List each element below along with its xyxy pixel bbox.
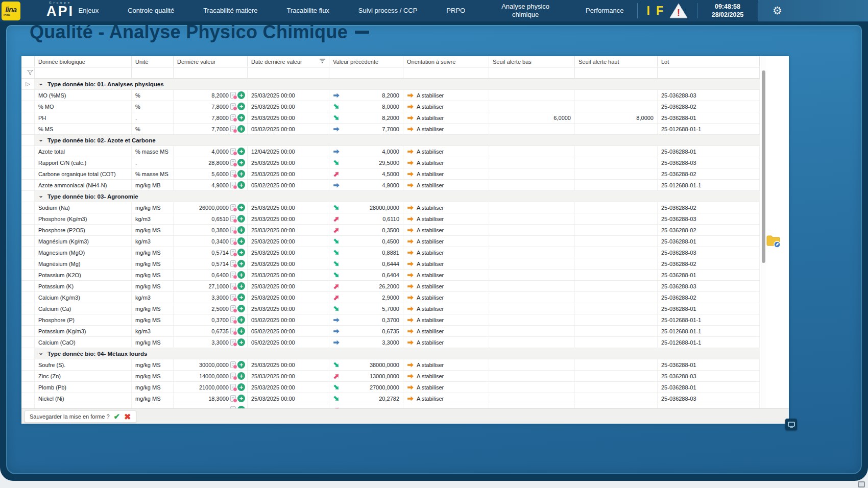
- nav-item[interactable]: PRPO: [444, 7, 467, 15]
- column-header[interactable]: Dernière valeur: [174, 56, 248, 67]
- indicator-i[interactable]: I: [647, 4, 650, 18]
- filter-cell[interactable]: [132, 67, 174, 79]
- table-row[interactable]: Rapport C/N (calc.).28,8000+25/03/2025 0…: [21, 157, 760, 168]
- add-value-icon[interactable]: +: [237, 103, 245, 110]
- screen-toggle-button[interactable]: [785, 419, 797, 430]
- table-row[interactable]: Magnésium (Kg/m3)kg/m30,3400+25/03/2025 …: [21, 236, 760, 247]
- lina-pro-logo[interactable]: lina PRO: [2, 2, 20, 20]
- history-doc-icon[interactable]: [230, 395, 236, 402]
- history-doc-icon[interactable]: [230, 328, 236, 334]
- tray-monitor-icon[interactable]: [858, 481, 865, 487]
- history-doc-icon[interactable]: [230, 316, 236, 323]
- expand-arrow-icon[interactable]: ▷: [26, 81, 30, 87]
- add-value-icon[interactable]: +: [237, 91, 245, 99]
- table-row[interactable]: Phosphore (Kg/m3)kg/m30,6510+25/03/2025 …: [21, 213, 760, 225]
- table-row[interactable]: Potassium (K2O)mg/kg MS0,6400+25/03/2025…: [21, 270, 760, 281]
- table-row[interactable]: Magnésium (Mg)mg/kg MS0,5714+25/03/2025 …: [21, 258, 760, 270]
- history-doc-icon[interactable]: [230, 103, 236, 110]
- history-doc-icon[interactable]: [230, 361, 236, 368]
- add-value-icon[interactable]: +: [237, 114, 245, 121]
- history-doc-icon[interactable]: [230, 339, 236, 346]
- add-value-icon[interactable]: +: [237, 305, 245, 312]
- nav-item[interactable]: Controle qualité: [126, 7, 176, 15]
- table-row[interactable]: Potassium (K)mg/kg MS27,1000+25/03/2025 …: [21, 281, 760, 292]
- add-value-icon[interactable]: +: [237, 204, 245, 211]
- filter-cell[interactable]: [575, 67, 658, 79]
- history-doc-icon[interactable]: [230, 182, 236, 188]
- vertical-scrollbar[interactable]: [761, 56, 766, 408]
- history-doc-icon[interactable]: [230, 249, 236, 256]
- nav-item[interactable]: Tracabilité matiere: [201, 7, 259, 15]
- group-header-row[interactable]: ▷⌄Type donnée bio: 01- Analyses physique…: [21, 79, 760, 90]
- column-header[interactable]: Seuil alerte bas: [489, 56, 575, 67]
- group-header-row[interactable]: ⌄Type donnée bio: 02- Azote et Carbone: [21, 135, 760, 146]
- add-value-icon[interactable]: +: [237, 316, 245, 324]
- chevron-down-icon[interactable]: ⌄: [38, 81, 43, 86]
- table-row[interactable]: Sodium (Na)mg/kg MS26000,0000+25/03/2025…: [21, 202, 760, 213]
- add-value-icon[interactable]: +: [237, 159, 245, 166]
- add-value-icon[interactable]: +: [237, 271, 245, 279]
- history-doc-icon[interactable]: [230, 126, 236, 132]
- table-row[interactable]: % MS%7,7000+05/02/2025 00:007,7000A stab…: [21, 124, 760, 135]
- gear-icon[interactable]: ⚙: [773, 5, 782, 17]
- table-row[interactable]: % MO%7,8000+25/03/2025 00:008,0000A stab…: [21, 101, 760, 112]
- add-value-icon[interactable]: +: [237, 249, 245, 256]
- column-header[interactable]: Lot: [658, 56, 760, 67]
- nav-item[interactable]: Analyse physico chimique: [492, 3, 559, 18]
- history-doc-icon[interactable]: [230, 227, 236, 233]
- scrollbar-thumb[interactable]: [762, 70, 765, 263]
- history-doc-icon[interactable]: [230, 283, 236, 289]
- table-row[interactable]: Calcium (CaO)mg/kg MS3,3000+05/02/2025 0…: [21, 337, 760, 348]
- table-row[interactable]: Plomb (Pb)mg/kg MS21000,0000+25/03/2025 …: [21, 382, 760, 393]
- history-doc-icon[interactable]: [230, 238, 236, 245]
- history-doc-icon[interactable]: [230, 170, 236, 177]
- table-row[interactable]: Phosphore (P)mg/kg MS0,3700+05/02/2025 0…: [21, 314, 760, 326]
- add-value-icon[interactable]: +: [237, 215, 245, 223]
- history-doc-icon[interactable]: [230, 373, 236, 379]
- history-doc-icon[interactable]: [230, 272, 236, 278]
- history-doc-icon[interactable]: [230, 384, 236, 391]
- add-value-icon[interactable]: +: [237, 237, 245, 245]
- column-header[interactable]: Unité: [132, 56, 174, 67]
- add-value-icon[interactable]: +: [237, 181, 245, 189]
- nav-item[interactable]: Tracabilite flux: [285, 7, 331, 15]
- nav-item[interactable]: Performance: [584, 7, 625, 15]
- partial-table-row[interactable]: +: [21, 404, 760, 408]
- filter-funnel-icon[interactable]: [27, 69, 33, 77]
- filter-cell[interactable]: [248, 67, 329, 79]
- filter-cell[interactable]: [403, 67, 489, 79]
- table-row[interactable]: Nickel (Ni)mg/kg MS18,3000+25/03/2025 00…: [21, 393, 760, 404]
- column-header[interactable]: Valeur précédente: [329, 56, 403, 67]
- add-value-icon[interactable]: +: [237, 170, 245, 178]
- add-value-icon[interactable]: +: [237, 226, 245, 234]
- add-value-icon[interactable]: +: [237, 148, 245, 155]
- history-doc-icon[interactable]: [230, 305, 236, 312]
- chevron-down-icon[interactable]: ⌄: [38, 193, 43, 198]
- indicator-f[interactable]: F: [656, 4, 663, 18]
- folder-edit-button[interactable]: [766, 234, 781, 248]
- table-row[interactable]: Azote ammoniacal (NH4-N)mg/kg MB4,9000+0…: [21, 180, 760, 191]
- history-doc-icon[interactable]: [230, 215, 236, 222]
- nav-item[interactable]: Enjeux: [76, 7, 101, 15]
- group-header-row[interactable]: ⌄Type donnée bio: 04- Métaux lourds: [21, 348, 760, 359]
- table-row[interactable]: Calcium (Ca)mg/kg MS2,5000+25/03/2025 00…: [21, 303, 760, 314]
- add-value-icon[interactable]: +: [237, 372, 245, 380]
- table-row[interactable]: Azote total% masse MS4,0000+12/04/2025 0…: [21, 146, 760, 157]
- add-value-icon[interactable]: +: [237, 294, 245, 301]
- history-doc-icon[interactable]: [230, 114, 236, 121]
- table-row[interactable]: Carbone organique total (COT)% masse MS5…: [21, 168, 760, 180]
- table-row[interactable]: Magnesium (MgO)mg/kg MS0,5714+25/03/2025…: [21, 247, 760, 258]
- history-doc-icon[interactable]: [230, 148, 236, 155]
- add-value-icon[interactable]: +: [237, 125, 245, 133]
- history-doc-icon[interactable]: [230, 260, 236, 267]
- history-doc-icon[interactable]: [230, 159, 236, 166]
- add-value-icon[interactable]: +: [237, 327, 245, 335]
- add-value-icon[interactable]: +: [237, 260, 245, 267]
- confirm-save-icon[interactable]: ✔: [114, 412, 120, 421]
- table-row[interactable]: Zinc (Zn)mg/kg MS14000,0000+25/03/2025 0…: [21, 371, 760, 382]
- filter-cell[interactable]: [174, 67, 248, 79]
- add-value-icon[interactable]: +: [237, 282, 245, 290]
- nav-item[interactable]: Suivi process / CCP: [356, 7, 420, 15]
- table-row[interactable]: MO (%MS)%8,2000+25/03/2025 00:008,2000A …: [21, 90, 760, 101]
- history-doc-icon[interactable]: [230, 204, 236, 211]
